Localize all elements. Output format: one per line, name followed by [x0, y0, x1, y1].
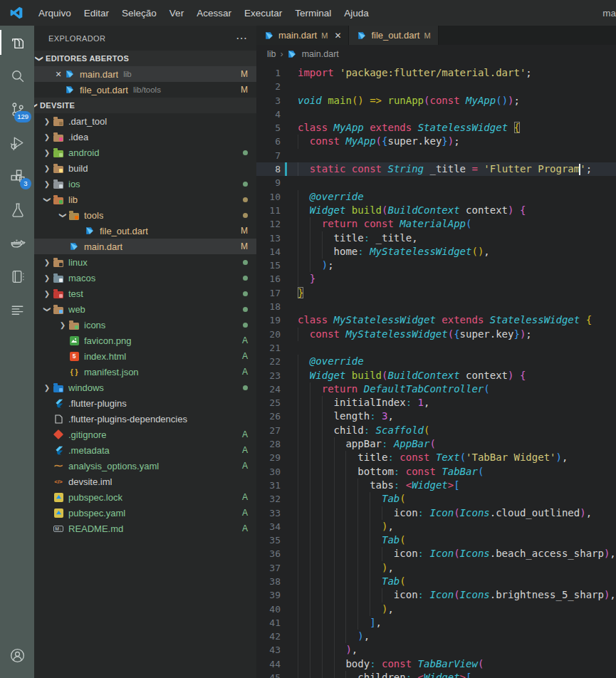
source-control-icon[interactable]: 129 [0, 93, 34, 126]
code-line-17[interactable]: 17} [256, 286, 616, 300]
tree-item-.flutter-plugins[interactable]: .flutter-plugins [34, 395, 256, 411]
tree-item-.flutter-plugins-dependencies[interactable]: .flutter-plugins-dependencies [34, 411, 256, 427]
code-line-30[interactable]: 30bottom: const TabBar( [256, 465, 616, 479]
menu-seleção[interactable]: Seleção [115, 0, 163, 26]
code-editor[interactable]: 1import 'package:flutter/material.dart';… [256, 63, 616, 678]
tree-item-ios[interactable]: ios [34, 176, 256, 192]
code-line-4[interactable]: 4 [256, 108, 616, 121]
code-line-12[interactable]: 12return const MaterialApp( [256, 217, 616, 231]
tree-item-android[interactable]: android [34, 145, 256, 160]
explorer-more-actions-icon[interactable]: ⋯ [236, 31, 248, 45]
menu-ajuda[interactable]: Ajuda [338, 0, 375, 26]
tree-item-README.md[interactable]: M↓README.mdA [34, 521, 256, 536]
breadcrumb[interactable]: lib › main.dart [256, 45, 616, 63]
tree-item-windows[interactable]: windows [34, 380, 256, 395]
tree-item-.gitignore[interactable]: .gitignoreA [34, 427, 256, 442]
close-editor-icon[interactable]: ✕ [53, 70, 64, 79]
menu-ver[interactable]: Ver [163, 0, 190, 26]
tree-item-analysis_options.yaml[interactable]: ⁓analysis_options.yamlA [34, 458, 256, 474]
code-line-38[interactable]: 38Tab( [256, 575, 616, 588]
code-line-11[interactable]: 11Widget build(BuildContext context) { [256, 204, 616, 217]
run-debug-icon[interactable] [0, 126, 34, 160]
breadcrumb-folder[interactable]: lib [267, 49, 276, 59]
code-line-23[interactable]: 23Widget build(BuildContext context) { [256, 369, 616, 382]
code-line-35[interactable]: 35Tab( [256, 533, 616, 547]
menu-acessar[interactable]: Acessar [190, 0, 238, 26]
tree-item-index.html[interactable]: 5index.htmlA [34, 348, 256, 364]
code-line-24[interactable]: 24return DefaultTabController( [256, 382, 616, 396]
tab-close-icon[interactable]: ✕ [334, 31, 341, 41]
chevron-right-icon[interactable] [41, 259, 53, 266]
code-line-5[interactable]: 5class MyApp extends StatelessWidget { [256, 121, 616, 135]
tree-item-main.dart[interactable]: main.dartM [34, 239, 256, 254]
code-line-44[interactable]: 44body: const TabBarView( [256, 657, 616, 671]
code-line-26[interactable]: 26length: 3, [256, 410, 616, 423]
menu-executar[interactable]: Executar [238, 0, 288, 26]
code-line-45[interactable]: 45children: <Widget>[ [256, 671, 616, 678]
tree-item-icons[interactable]: icons [34, 317, 256, 333]
chevron-down-icon[interactable] [57, 212, 68, 219]
chevron-right-icon[interactable] [41, 165, 53, 172]
tree-item-linux[interactable]: linux [34, 254, 256, 270]
tree-item-lib[interactable]: lib [34, 192, 256, 207]
tree-item-manifest.json[interactable]: { }manifest.jsonA [34, 364, 256, 380]
tab-main.dart[interactable]: main.dartM✕ [256, 26, 349, 45]
tree-item-macos[interactable]: macos [34, 270, 256, 286]
code-line-13[interactable]: 13title: _title, [256, 231, 616, 245]
tree-item-web[interactable]: web [34, 301, 256, 317]
menu-editar[interactable]: Editar [78, 0, 115, 26]
code-line-42[interactable]: 42), [256, 630, 616, 643]
breadcrumb-file[interactable]: main.dart [302, 49, 339, 59]
code-line-20[interactable]: 20const MyStatelessWidget({super.key}); [256, 328, 616, 341]
tree-item-test[interactable]: test [34, 286, 256, 301]
code-line-43[interactable]: 43), [256, 643, 616, 657]
code-line-18[interactable]: 18 [256, 300, 616, 313]
code-line-31[interactable]: 31tabs: <Widget>[ [256, 479, 616, 492]
menu-terminal[interactable]: Terminal [288, 0, 338, 26]
code-line-21[interactable]: 21 [256, 341, 616, 355]
tree-item-tools[interactable]: tools [34, 207, 256, 223]
chevron-right-icon[interactable] [41, 149, 53, 157]
workspace-section-header[interactable]: DEVSITE [34, 98, 256, 113]
code-line-6[interactable]: 6const MyApp({super.key}); [256, 135, 616, 148]
code-line-3[interactable]: 3void main() => runApp(const MyApp()); [256, 94, 616, 108]
code-line-15[interactable]: 15); [256, 259, 616, 272]
testing-icon[interactable] [0, 193, 34, 226]
code-line-14[interactable]: 14home: MyStatelessWidget(), [256, 245, 616, 259]
menu-arquivo[interactable]: Arquivo [32, 0, 78, 26]
chevron-right-icon[interactable] [41, 274, 53, 282]
tab-file_out.dart[interactable]: file_out.dartM [349, 26, 438, 45]
code-line-9[interactable]: 9 [256, 176, 616, 189]
code-line-16[interactable]: 16} [256, 272, 616, 286]
chevron-down-icon[interactable] [41, 196, 53, 204]
code-line-10[interactable]: 10@override [256, 190, 616, 204]
code-line-36[interactable]: 36icon: Icon(Icons.beach_access_sharp), [256, 547, 616, 560]
chevron-right-icon[interactable] [41, 180, 53, 188]
explorer-icon[interactable] [0, 26, 34, 59]
search-icon[interactable] [0, 59, 34, 93]
code-line-7[interactable]: 7 [256, 149, 616, 162]
code-line-32[interactable]: 32Tab( [256, 492, 616, 506]
chevron-down-icon[interactable] [41, 306, 53, 313]
code-line-2[interactable]: 2 [256, 80, 616, 93]
open-editor-file_out.dart[interactable]: file_out.dartlib/toolsM [34, 82, 256, 98]
code-line-41[interactable]: 41], [256, 616, 616, 630]
tree-item-.dart_tool[interactable]: .dart_tool [34, 113, 256, 129]
code-line-19[interactable]: 19class MyStatelessWidget extends Statel… [256, 313, 616, 327]
tree-item-.idea[interactable]: .idea [34, 129, 256, 145]
code-line-28[interactable]: 28appBar: AppBar( [256, 437, 616, 451]
extensions-icon[interactable]: 3 [0, 160, 34, 193]
code-line-27[interactable]: 27child: Scaffold( [256, 424, 616, 437]
chevron-right-icon[interactable] [41, 118, 53, 125]
notebook-icon[interactable] [0, 260, 34, 293]
account-icon[interactable] [0, 639, 34, 672]
chevron-right-icon[interactable] [57, 321, 68, 329]
tree-item-favicon.png[interactable]: favicon.pngA [34, 333, 256, 348]
tree-item-devsite.iml[interactable]: </>devsite.iml [34, 474, 256, 489]
docker-icon[interactable] [0, 226, 34, 260]
code-line-8[interactable]: 8static const String _title = 'Flutter P… [256, 162, 616, 176]
tree-item-pubspec.yaml[interactable]: pubspec.yamlA [34, 505, 256, 521]
tree-item-build[interactable]: build [34, 160, 256, 176]
open-editor-main.dart[interactable]: ✕main.dartlibM [34, 66, 256, 82]
open-editors-section-header[interactable]: EDITORES ABERTOS [34, 51, 256, 66]
